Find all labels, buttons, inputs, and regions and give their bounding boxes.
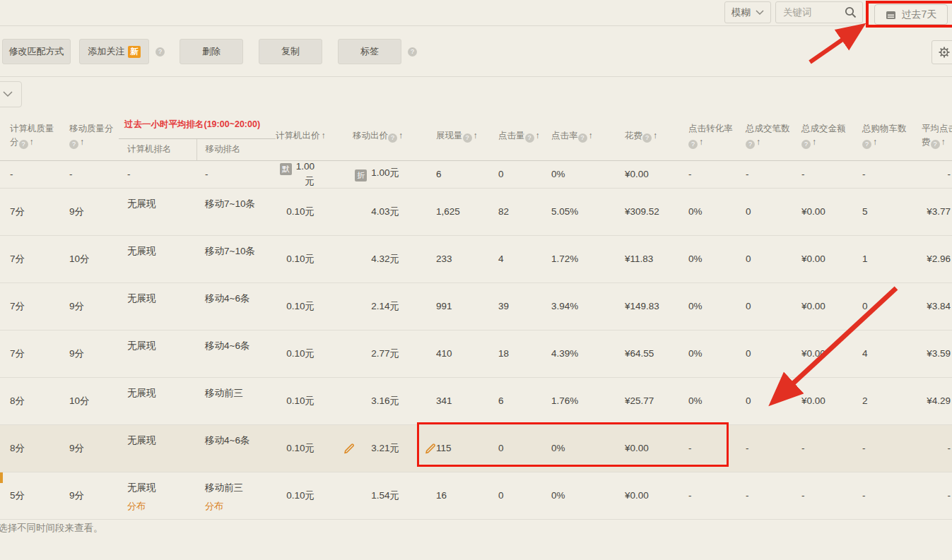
table-row[interactable]: - - - - 默1.00元 折1.00元 6 0 0% ¥0.00 - - -… [0,160,952,188]
table-body: - - - - 默1.00元 折1.00元 6 0 0% ¥0.00 - - -… [0,160,952,519]
copy-button[interactable]: 复制 [259,39,322,64]
table-row[interactable]: 5分 9分 无展现分布 移动前三分布 0.10元 1.54元 16 0 0% ¥… [0,472,952,519]
cell-ctr: 0% [544,472,609,519]
cell-mobile-bid[interactable]: 1.54元 [325,472,406,519]
header-carts[interactable]: 总购物车数?↑ [852,112,912,160]
header-cost[interactable]: 花费?↑ [609,112,677,160]
cell-pc-quality: 8分 [0,424,59,472]
cell-pc-bid[interactable]: 0.10元 [276,330,325,377]
cell-mobile-bid[interactable]: 2.77元 [325,330,406,377]
search-icon[interactable] [845,6,857,18]
cell-avg-cpc: - [912,160,952,188]
cell-pc-bid[interactable]: 0.10元 [276,424,325,472]
cell-revenue: ¥0.00 [793,330,852,377]
cell-clicks: 0 [486,424,544,472]
cell-mobile-bid[interactable]: 3.21元 [325,424,406,472]
table-row[interactable]: 7分 9分 无展现 移动4~6条 0.10元 2.14元 991 39 3.94… [0,282,952,330]
cell-mobile-bid[interactable]: 2.14元 [325,282,406,330]
cell-pc-quality: 7分 [0,330,59,377]
cell-clicks: 39 [486,282,544,330]
cell-mobile-bid[interactable]: 折1.00元 [325,160,406,188]
table-row[interactable]: 8分 10分 无展现 移动前三 0.10元 3.16元 341 6 1.76% … [0,377,952,424]
cell-revenue: - [793,424,852,472]
table-row[interactable]: 7分 9分 无展现 移动4~6条 0.10元 2.77元 410 18 4.39… [0,330,952,377]
cell-revenue: ¥0.00 [793,188,852,235]
cell-carts: 5 [852,188,912,235]
cell-carts: 4 [852,330,912,377]
header-cvr[interactable]: 点击转化率?↑ [677,112,735,160]
add-watch-button[interactable]: 添加关注 新 [79,39,149,64]
table-row[interactable]: 7分 9分 无展现 移动7~10条 0.10元 4.03元 1,625 82 5… [0,188,952,235]
keyword-search-input[interactable]: 关键词 [775,1,863,23]
cell-carts: 1 [852,235,912,282]
add-watch-label: 添加关注 [88,45,124,58]
cell-impressions: 1,625 [406,188,486,235]
fuzzy-match-dropdown[interactable]: 模糊 [724,1,771,23]
cell-mobile-quality: 9分 [59,424,119,472]
keyword-management-screen: 模糊 关键词 过去7天 修改匹配方式 添加关注 新 ? 删除 复制 标签 ? [0,0,952,560]
header-impressions[interactable]: 展现量?↑ [406,112,486,160]
cell-pc-quality: 7分 [0,188,59,235]
header-ctr[interactable]: 点击率?↑ [544,112,609,160]
cell-cost: ¥0.00 [609,160,677,188]
cell-avg-cpc: - [912,472,952,519]
cell-pc-bid[interactable]: 默1.00元 [276,160,325,188]
cell-pc-bid[interactable]: 0.10元 [276,282,325,330]
cell-pc-bid[interactable]: 0.10元 [276,472,325,519]
header-revenue[interactable]: 总成交金额?↑ [793,112,852,160]
header-pc-quality[interactable]: 计算机质量分?↑ [0,112,59,160]
cell-mobile-bid[interactable]: 3.16元 [325,377,406,424]
cell-clicks: 4 [486,235,544,282]
table-row[interactable]: 7分 10分 无展现 移动7~10条 0.10元 4.32元 233 4 1.7… [0,235,952,282]
help-icon[interactable]: ? [155,47,165,56]
cell-orders: - [735,472,793,519]
cell-impressions: 16 [406,472,486,519]
header-pc-rank[interactable]: 计算机排名 [119,138,196,160]
cell-mobile-rank: - [196,160,276,188]
cell-pc-bid[interactable]: 0.10元 [276,377,325,424]
header-mobile-rank[interactable]: 移动排名 [196,138,276,160]
cell-mobile-quality: 9分 [59,472,119,519]
table-row[interactable]: 8分 9分 无展现 移动4~6条 0.10元 3.21元 115 0 0% ¥0… [0,424,952,472]
cell-ctr: 4.39% [544,330,609,377]
cell-pc-bid[interactable]: 0.10元 [276,235,325,282]
help-icon[interactable]: ? [408,47,417,56]
delete-button[interactable]: 删除 [180,39,243,64]
header-orders[interactable]: 总成交笔数?↑ [735,112,793,160]
cell-revenue: - [793,160,852,188]
cell-pc-rank: 无展现 [119,235,196,282]
cell-pc-rank: 无展现 [119,282,196,330]
cell-orders: 0 [735,330,793,377]
cell-cvr: 0% [677,282,735,330]
cell-mobile-rank: 移动4~6条 [196,282,276,330]
cell-cost: ¥0.00 [609,472,677,519]
cell-cvr: 0% [677,235,735,282]
header-mobile-bid[interactable]: 移动出价?↑ [325,112,406,160]
calendar-icon [886,10,896,20]
modify-match-button[interactable]: 修改匹配方式 [2,39,71,64]
cell-pc-rank: 无展现分布 [119,472,196,519]
cell-mobile-bid[interactable]: 4.32元 [325,235,406,282]
arrow-to-date-button [810,27,861,62]
tag-button[interactable]: 标签 [338,39,401,64]
date-range-button[interactable]: 过去7天 [874,4,948,25]
column-settings-button[interactable]: 更 [932,40,952,64]
cell-cvr: - [677,160,735,188]
collapse-toggle-button[interactable] [0,81,22,107]
cell-cost: ¥11.83 [609,235,677,282]
header-clicks[interactable]: 点击量?↑ [486,112,544,160]
header-mobile-quality[interactable]: 移动质量分?↑ [59,112,119,160]
header-avg-cpc[interactable]: 平均点击费?↑ [912,112,952,160]
distribution-link[interactable]: 分布 [127,500,196,513]
cell-mobile-quality: 10分 [59,377,119,424]
cell-pc-quality: 7分 [0,282,59,330]
cell-mobile-quality: 10分 [59,235,119,282]
header-pc-bid[interactable]: 计算机出价↑ [276,112,325,160]
cell-cvr: 0% [677,377,735,424]
header-rank-group: 过去一小时平均排名(19:00~20:00) [119,112,276,138]
distribution-link[interactable]: 分布 [205,500,276,513]
chevron-down-icon [3,91,13,97]
cell-pc-quality: 5分 [0,472,59,519]
cell-mobile-bid[interactable]: 4.03元 [325,188,406,235]
cell-pc-bid[interactable]: 0.10元 [276,188,325,235]
